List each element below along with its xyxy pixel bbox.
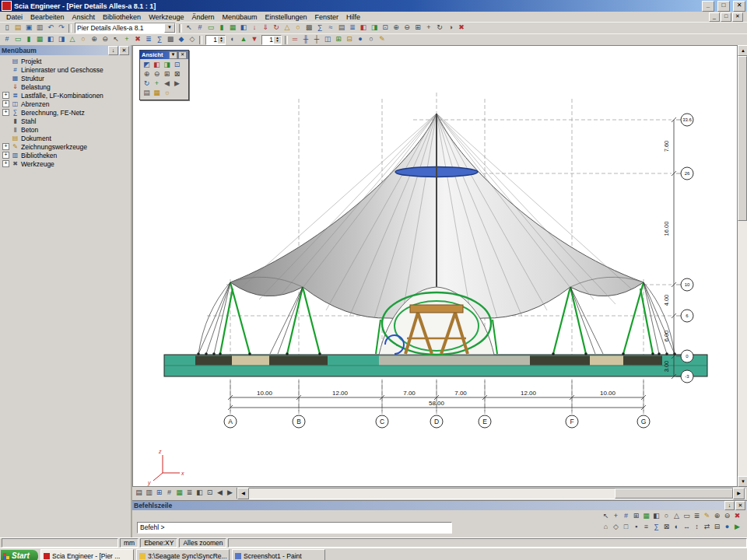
view-y-icon[interactable]: ◨ [369,23,380,33]
calc-icon[interactable]: ∑ [314,23,325,33]
grid-minus-icon[interactable]: ⊟ [344,35,355,44]
pencil-icon[interactable]: ✎ [377,35,388,44]
next-view-icon[interactable]: ▶ [172,79,182,89]
tree-item[interactable]: ▦ Struktur [0,74,131,82]
equal-icon[interactable]: ≡ [641,523,651,532]
mdi-minimize-button[interactable]: _ [709,12,720,22]
grid-snap-icon[interactable]: # [621,512,631,521]
mesh-view-icon[interactable]: ▦ [174,488,184,498]
hatch-icon[interactable]: ▩ [165,35,176,44]
clip-icon[interactable]: ⊠ [661,523,672,532]
tree-item[interactable]: # Linienraster und Geschosse [0,65,131,74]
vertical-scrollbar[interactable]: ▲ ▼ [738,45,747,487]
scale-spinner-2[interactable]: 1 ▲ ▼ [261,35,282,45]
pan-icon[interactable]: + [423,23,434,33]
shell-icon[interactable]: ◧ [238,23,249,33]
tri-snap-icon[interactable]: △ [672,512,682,521]
snap-grid-icon[interactable]: # [164,488,174,498]
scroll-right-icon[interactable]: ▶ [733,488,745,499]
marker-icon[interactable]: ◇ [187,35,198,44]
rotate-view-icon[interactable]: ↻ [142,79,152,89]
window-icon[interactable]: ◫ [322,35,333,44]
contrast-icon[interactable]: ◐ [227,35,238,44]
run-icon[interactable]: ▶ [732,523,742,532]
render-icon[interactable]: ◑ [445,23,456,33]
back-icon[interactable]: ◀ [215,488,225,498]
open-icon[interactable]: ▤ [12,23,23,33]
layer-list-icon[interactable]: ≣ [184,488,195,498]
zoom-window-icon[interactable]: ⊞ [412,23,423,33]
home-icon[interactable]: ⌂ [601,523,611,532]
status-zoom[interactable]: Alles zoomen [179,538,226,548]
zoom-in-icon[interactable]: ⊕ [391,23,402,33]
circle-icon[interactable]: ○ [366,35,377,44]
zoomin-cmd-icon[interactable]: ⊕ [712,512,722,521]
edge-snap-icon[interactable]: ◧ [651,512,661,521]
slab-icon[interactable]: ▦ [34,35,45,44]
expander-icon[interactable]: + [2,152,9,159]
project-combo[interactable]: Pier Details Alles-a 8.1 ▼ [75,23,176,33]
redo-icon[interactable]: ↷ [56,23,67,33]
swap-icon[interactable]: ⇄ [702,523,712,532]
grid-toggle-icon[interactable]: ⊞ [154,488,164,498]
vert-icon[interactable]: ↕ [692,523,702,532]
tree-item[interactable]: ⇓ Belastung [0,82,131,91]
zoomout-cmd-icon[interactable]: ⊖ [722,512,732,521]
box-view-icon[interactable]: ⊡ [205,488,215,498]
half-view-icon[interactable]: ◧ [195,488,205,498]
taskbar-task-button[interactable]: Scia Engineer - [Pier ... [40,549,134,560]
drawing-canvas[interactable]: 10.00 12.00 7.00 7.00 12.00 10.00 58.00 [132,45,738,487]
moment-icon[interactable]: ↻ [271,23,282,33]
expander-icon[interactable]: + [2,100,9,107]
start-button[interactable]: Start [1,550,38,560]
pin-icon[interactable]: ↓ [724,501,735,510]
menu-item[interactable]: Hilfe [342,12,364,22]
view-side-icon[interactable]: ◨ [162,61,172,70]
expander-icon[interactable]: + [2,109,9,116]
close-icon[interactable]: ✕ [178,51,187,59]
settings-view-icon[interactable]: ▦ [152,89,162,98]
pointer-icon[interactable]: ↖ [110,35,121,44]
plus-icon[interactable]: + [121,35,132,44]
raster-icon[interactable]: ⊞ [631,512,641,521]
tree-item[interactable]: + ✖ Werkzeuge [0,159,131,168]
save-icon[interactable]: ▣ [23,23,34,33]
dot-snap-icon[interactable]: ▪ [631,523,641,532]
horiz-icon[interactable]: ↔ [682,523,692,532]
view-axo-icon[interactable]: ◩ [142,61,152,70]
remove-icon[interactable]: ⊖ [100,35,110,44]
print-view-icon[interactable]: ▤ [142,89,152,98]
taskbar-task-button[interactable]: Screenshot1 - Paint [232,549,325,560]
node-icon[interactable]: ○ [78,35,89,44]
tree-item[interactable]: + ≣ Lastfälle, LF-Kombinationen [0,91,131,100]
line-load-icon[interactable]: ⇓ [260,23,271,33]
mdi-restore-button[interactable]: □ [721,12,731,22]
member-icon[interactable]: ▭ [12,35,23,44]
zoom-window-icon[interactable]: ⊞ [162,70,172,79]
scroll-up-icon[interactable]: ▲ [738,45,747,56]
scroll-down-icon[interactable]: ▼ [738,476,747,487]
tree-item[interactable]: ▮ Stahl [0,117,131,125]
pages-icon[interactable]: ▥ [144,488,154,498]
results-icon[interactable]: ≈ [325,23,336,33]
status-plane[interactable]: Ebene:XY [140,538,177,548]
expander-icon[interactable]: + [2,92,9,99]
delete-icon[interactable]: ✖ [456,23,467,33]
menu-item[interactable]: Datei [2,12,26,22]
plate-icon[interactable]: ▦ [227,23,238,33]
section-icon[interactable]: ╫ [300,35,311,44]
shade-icon[interactable]: ◐ [672,523,682,532]
command-input[interactable]: Befehl > [137,522,452,534]
menu-item[interactable]: Werkzeuge [145,12,188,22]
tree-item[interactable]: + ◫ Abrenzen [0,100,131,108]
minus-box-icon[interactable]: ⊟ [712,523,722,532]
mesh-icon[interactable]: ▩ [303,23,314,33]
menu-item[interactable]: Bibliotheken [99,12,145,22]
document-icon[interactable]: ▤ [336,23,347,33]
horizontal-scrollbar[interactable]: ◀ ▶ [237,488,745,499]
tree-item[interactable]: + ∑ Berechnung, FE-Netz [0,108,131,117]
zoom-out-icon[interactable]: ⊖ [152,70,162,79]
tree-item[interactable]: + ▥ Bibliotheken [0,151,131,159]
expander-icon[interactable]: + [2,143,9,150]
opening-icon[interactable]: ◨ [56,35,67,44]
